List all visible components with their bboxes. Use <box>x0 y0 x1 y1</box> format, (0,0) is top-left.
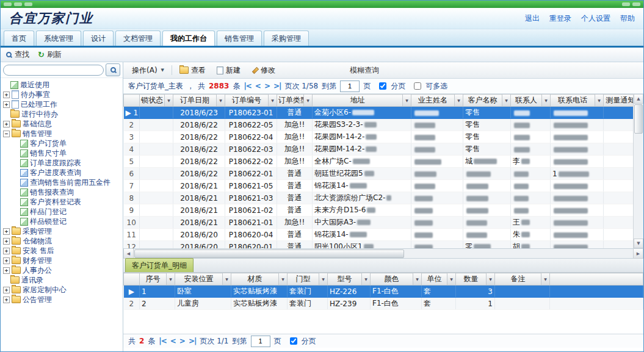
tab-design[interactable]: 设计 <box>83 31 114 46</box>
tree-expander[interactable]: + <box>3 101 10 108</box>
detail-paging-checkbox[interactable] <box>290 337 297 345</box>
tree-expander[interactable]: + <box>3 257 10 264</box>
logout-link[interactable]: 退出 <box>525 13 540 24</box>
vertical-scrollbar[interactable]: ▲ ▼ <box>633 94 643 248</box>
tree-item[interactable]: 样品门登记 <box>1 207 123 217</box>
main-last-page-button[interactable]: >| <box>273 82 281 90</box>
tree-expander[interactable]: + <box>3 267 10 274</box>
detail-tab[interactable]: 客户订货单_明细 <box>125 258 194 272</box>
column-filter-button[interactable]: ▼ <box>541 95 550 106</box>
new-button[interactable]: 新建 <box>213 64 244 77</box>
scroll-left-arrow[interactable]: ◀ <box>123 248 134 259</box>
personal-settings-link[interactable]: 个人设置 <box>581 13 610 24</box>
main-first-page-button[interactable]: |< <box>244 82 251 90</box>
column-filter-button[interactable]: ▼ <box>541 273 549 285</box>
tree-search-input[interactable] <box>3 65 104 76</box>
table-row[interactable]: 22018/6/22P180622-05加急!!花果园S3-2-3-零售 <box>124 119 644 131</box>
column-filter-button[interactable]: ▼ <box>486 273 494 285</box>
column-filter-button[interactable]: ▼ <box>413 273 421 285</box>
tree-item[interactable]: 客户进度表查询 <box>1 168 123 178</box>
column-filter-button[interactable]: ▼ <box>595 95 603 106</box>
tab-workbench[interactable]: 我的工作台 <box>162 31 215 46</box>
tree-item[interactable]: +基础信息 <box>1 119 123 129</box>
table-row[interactable]: 122018/6/20P180620-01普通阳光100小区1零胡 <box>124 241 644 250</box>
find-button[interactable]: 查找 <box>5 49 29 60</box>
tree-item[interactable]: +仓储物流 <box>1 236 123 246</box>
main-multiselect-checkbox[interactable] <box>414 82 421 90</box>
scroll-thumb[interactable] <box>134 250 404 258</box>
tab-system[interactable]: 系统管理 <box>36 31 81 46</box>
tree-item[interactable]: +待办事宜 <box>1 90 123 99</box>
modify-button[interactable]: 修改 <box>248 64 279 77</box>
window-control[interactable] <box>622 2 630 6</box>
tree-item[interactable]: 客户订货单 <box>1 138 123 148</box>
tree-expander[interactable]: + <box>3 287 10 293</box>
tree-expander[interactable]: − <box>3 131 10 137</box>
main-goto-page-input[interactable] <box>340 81 360 92</box>
tree-expander[interactable]: + <box>3 248 10 254</box>
tree-item[interactable]: 销售尺寸单 <box>1 148 123 158</box>
tree-expander[interactable]: + <box>3 121 10 128</box>
table-row[interactable]: ▶ 12018/6/23P180623-01普通金菊小区6-零售 <box>124 107 644 119</box>
scroll-thumb[interactable] <box>634 104 643 134</box>
tree-expander[interactable]: + <box>3 92 10 98</box>
column-filter-button[interactable]: ▼ <box>268 95 277 106</box>
detail-goto-page-input[interactable] <box>251 336 270 347</box>
table-row[interactable]: 82018/6/21P180621-03普通北大资源缤纷广场C2- <box>124 192 644 204</box>
tree-item[interactable]: 查询销售当前需用五金件 <box>1 178 123 187</box>
tree-search-button[interactable] <box>106 63 120 76</box>
detail-last-page-button[interactable]: >| <box>189 337 196 345</box>
tree-item[interactable]: +公告管理 <box>1 295 123 304</box>
table-row[interactable]: 32018/6/22P180622-04加急!!花果园M-14-2-零售 <box>124 131 644 143</box>
detail-next-page-button[interactable]: > <box>179 337 185 345</box>
tree-item[interactable]: 通讯录 <box>1 275 123 285</box>
help-link[interactable]: 帮助 <box>620 13 635 24</box>
tree-expander[interactable]: + <box>3 238 10 245</box>
column-filter-button[interactable]: ▼ <box>502 95 510 106</box>
window-control[interactable] <box>632 2 640 6</box>
table-row[interactable]: 62018/6/22P180622-01普通朝廷世纪花园51 <box>124 168 644 180</box>
table-row[interactable]: 102018/6/21P180621-01加急!!中大国际A3-王 <box>124 217 644 229</box>
window-control[interactable] <box>24 2 32 6</box>
scroll-down-arrow[interactable]: ▼ <box>634 239 643 248</box>
scroll-up-arrow[interactable]: ▲ <box>634 94 643 104</box>
window-control[interactable] <box>14 2 22 6</box>
scroll-right-arrow[interactable]: ▶ <box>633 248 643 259</box>
horizontal-scrollbar[interactable]: ◀ ▶ <box>123 249 643 259</box>
column-filter-button[interactable]: ▼ <box>303 95 312 106</box>
tree-item[interactable]: +家居定制中心 <box>1 285 123 295</box>
refresh-button[interactable]: ↻ 刷新 <box>38 49 62 60</box>
window-control[interactable] <box>4 2 12 6</box>
main-prev-page-button[interactable]: < <box>255 82 261 90</box>
column-filter-button[interactable]: ▼ <box>222 273 231 285</box>
tree-item[interactable]: 销售报表查询 <box>1 187 123 197</box>
relogin-link[interactable]: 重登录 <box>549 13 571 24</box>
table-row[interactable]: 72018/6/21P180621-05普通锦花溪14- <box>124 180 644 192</box>
tree-expander[interactable]: + <box>3 296 10 303</box>
column-filter-button[interactable]: ▼ <box>447 273 455 285</box>
view-button[interactable]: 查看 <box>176 64 209 77</box>
column-filter-button[interactable]: ▼ <box>454 95 463 106</box>
column-filter-button[interactable]: ▼ <box>164 95 173 106</box>
tree-item[interactable]: +采购管理 <box>1 226 123 236</box>
tree-item[interactable]: 最近使用 <box>1 80 123 90</box>
tab-home[interactable]: 首页 <box>4 31 34 46</box>
column-filter-button[interactable]: ▼ <box>166 273 175 285</box>
column-filter-button[interactable]: ▼ <box>361 273 370 285</box>
tree-expander[interactable]: + <box>3 228 10 235</box>
table-row[interactable]: 112018/6/20P180620-04普通锦花溪14-朱 <box>124 229 644 241</box>
tree-item[interactable]: +人事办公 <box>1 265 123 275</box>
tab-purchase[interactable]: 采购管理 <box>264 31 309 46</box>
main-next-page-button[interactable]: > <box>264 82 270 90</box>
action-menu-button[interactable]: 操作(A) ▼ <box>128 64 168 77</box>
tree-item[interactable]: 样品锁登记 <box>1 217 123 226</box>
tree-item[interactable]: 进行中待办 <box>1 109 123 119</box>
column-filter-button[interactable]: ▼ <box>402 95 411 106</box>
tree-item[interactable]: +已处理工作 <box>1 99 123 109</box>
column-filter-button[interactable]: ▼ <box>278 273 287 285</box>
column-filter-button[interactable]: ▼ <box>216 95 225 106</box>
detail-first-page-button[interactable]: |< <box>159 337 166 345</box>
table-row[interactable]: 22儿童房实芯贴板烤漆套装门HZ-239F1-白色套1 <box>124 298 643 310</box>
table-row[interactable]: 52018/6/22P180622-02加急!!全林广场C-城李 <box>124 156 644 168</box>
tree-item[interactable]: 客户资料登记表 <box>1 197 123 207</box>
